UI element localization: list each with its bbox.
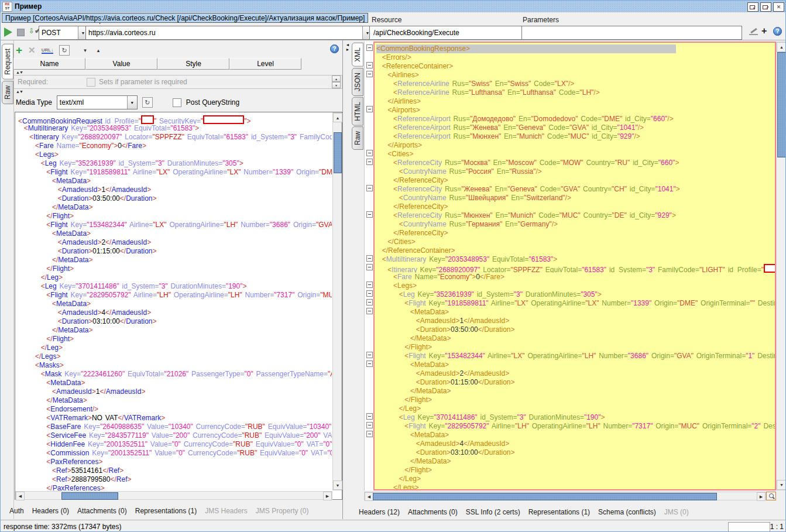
scroll-down-icon[interactable]: ▼ [333, 480, 342, 490]
tab-ssl-info-2-certs[interactable]: SSL Info (2 certs) [466, 508, 520, 516]
xml-line: <Duration>03:50:00</Duration> [376, 325, 775, 334]
tab-attachments-0[interactable]: Attachments (0) [408, 508, 458, 516]
scroll-right-icon[interactable]: ▶ [757, 492, 766, 501]
response-body-viewer[interactable]: <CommonBookingResponse> <Errors/> <Refer… [373, 42, 776, 490]
fold-toggle-icon[interactable] [366, 422, 373, 428]
fold-toggle-icon[interactable] [366, 264, 373, 270]
tab-headers-0[interactable]: Headers (0) [32, 507, 69, 515]
fold-toggle-icon[interactable] [366, 150, 373, 156]
tab-json[interactable]: JSON [352, 68, 363, 96]
request-vscrollbar[interactable]: ▲ ▼ [332, 112, 342, 490]
tab-raw[interactable]: Raw [352, 126, 363, 150]
tab-request[interactable]: Request [2, 44, 13, 80]
add-row-icon[interactable]: + [16, 46, 22, 55]
tab-representations-1[interactable]: Representations (1) [135, 507, 197, 515]
media-type-select[interactable]: text/xml ▼ [57, 95, 138, 109]
scroll-right-icon[interactable]: ▶ [323, 492, 332, 500]
scroll-up-icon[interactable]: ▲ [777, 42, 786, 52]
fold-toggle-icon[interactable] [366, 290, 373, 297]
scroll-up-icon[interactable]: ▲ [333, 113, 342, 122]
media-type-dropdown-icon[interactable]: ▼ [127, 96, 137, 109]
scroll-down-icon[interactable]: ▼ [777, 480, 786, 490]
resource-field[interactable] [369, 26, 526, 40]
collapse-right-icon[interactable]: ► [346, 47, 350, 52]
fold-toggle-icon[interactable] [366, 211, 373, 218]
request-hscrollbar[interactable]: ◀ ▶ [15, 491, 332, 500]
session-tab[interactable]: Пример [CorteosAviaAPI/https://avia.cort… [2, 13, 368, 23]
column-header-value[interactable]: Value [85, 58, 157, 70]
url-encode-icon[interactable]: URL↓ [42, 47, 53, 54]
panel-splitter[interactable]: ◄ ► [344, 43, 351, 52]
fold-toggle-icon[interactable] [366, 431, 373, 437]
fold-toggle-icon[interactable] [366, 255, 373, 262]
tab-html[interactable]: HTML [352, 97, 363, 126]
delete-row-icon[interactable]: ✕ [28, 45, 36, 56]
restore-up-button[interactable]: ↗ [760, 2, 771, 12]
run-request-icon[interactable] [4, 28, 12, 37]
collapse-left-icon[interactable]: ◄ [346, 43, 350, 47]
xml-line: <MetaData> [18, 229, 332, 238]
fold-toggle-icon[interactable] [366, 282, 373, 288]
fold-toggle-icon[interactable] [366, 44, 373, 51]
tab-jms-headers: JMS Headers [205, 507, 248, 515]
tab-raw[interactable]: Raw [2, 81, 13, 104]
fold-toggle-icon[interactable] [366, 308, 373, 314]
splitter-handle[interactable]: ▲▼ [16, 90, 23, 94]
resource-input[interactable] [372, 28, 523, 37]
tab-xml[interactable]: XML [352, 43, 363, 67]
method-select[interactable]: POST ▼ [39, 26, 88, 40]
column-header-style[interactable]: Style [157, 58, 229, 70]
post-querystring-checkbox[interactable] [173, 98, 181, 107]
fold-toggle-icon[interactable] [366, 413, 373, 420]
fold-toggle-icon[interactable] [366, 352, 373, 358]
column-header-name[interactable]: Name [13, 58, 85, 70]
xml-line: <AmadeusId>1</AmadeusId> [376, 317, 775, 325]
fold-toggle-icon[interactable] [366, 299, 373, 306]
tab-headers-12[interactable]: Headers (12) [359, 508, 400, 516]
scroll-left-icon[interactable]: ◀ [365, 492, 373, 501]
refresh-params-icon[interactable]: ↻ [59, 45, 70, 56]
xml-line: <Duration>03:50:00</Duration> [18, 194, 332, 203]
fold-toggle-icon[interactable] [366, 185, 373, 191]
request-body-editor[interactable]: <CommonBookingRequest id_Profile="" Secu… [15, 112, 342, 500]
tab-attachments-0[interactable]: Attachments (0) [77, 507, 127, 515]
edit-parameters-icon[interactable] [749, 28, 758, 35]
fold-toggle-icon[interactable] [366, 62, 373, 68]
response-vscrollbar[interactable]: ▲ ▼ [776, 42, 786, 490]
column-header-level[interactable]: Level [229, 58, 301, 70]
request-side-tabs: RequestRaw [2, 44, 13, 104]
request-vscroll-thumb[interactable] [334, 132, 342, 173]
fold-toggle-icon[interactable] [366, 106, 373, 112]
add-parameter-icon[interactable]: + [761, 26, 767, 36]
xml-line: <AmadeusId>1</AmadeusId> [18, 387, 332, 396]
move-down-icon[interactable]: ▾ [84, 47, 87, 53]
request-help-icon[interactable]: ? [330, 44, 339, 53]
tab-representations-1[interactable]: Representations (1) [528, 508, 590, 516]
response-hscroll-thumb[interactable] [373, 493, 717, 500]
tab-schema-conflicts[interactable]: Schema (conflicts) [598, 508, 656, 516]
parameters-input[interactable] [524, 28, 739, 37]
xml-line: </Leg> [376, 475, 775, 483]
tab-auth[interactable]: Auth [9, 507, 24, 515]
response-hscrollbar[interactable]: ◀ ▶ [364, 492, 766, 500]
row-spinner[interactable]: ▲▼ [332, 75, 341, 88]
magnifier-icon[interactable] [766, 492, 776, 500]
close-button[interactable]: ✕ [773, 2, 784, 12]
restore-down-button[interactable]: ↙ [747, 2, 758, 12]
scroll-left-icon[interactable]: ◀ [16, 492, 25, 500]
xml-line: <Leg Key="3701411486" id_System="3" Dura… [18, 282, 332, 291]
fold-toggle-icon[interactable] [366, 71, 373, 77]
refresh-media-icon[interactable]: ↻ [142, 97, 153, 108]
parameters-field[interactable] [521, 26, 742, 40]
move-up-icon[interactable]: ▴ [97, 47, 100, 53]
stop-request-icon[interactable] [17, 29, 25, 36]
fold-toggle-icon[interactable] [366, 159, 373, 165]
endpoint-combobox[interactable]: https://avia.corteos.ru ▼ [85, 26, 373, 40]
xml-line: <Fare Name="Economy">0</Fare> [376, 273, 775, 282]
response-vscroll-thumb[interactable] [777, 52, 786, 157]
fold-toggle-icon[interactable] [366, 361, 373, 367]
xml-line: <Leg Key="3701411486" id_System="3" Dura… [376, 413, 775, 422]
help-icon[interactable]: ? [773, 27, 782, 36]
splitter-handle[interactable]: ▲▼ [16, 70, 23, 74]
request-hscroll-thumb[interactable] [61, 492, 118, 500]
